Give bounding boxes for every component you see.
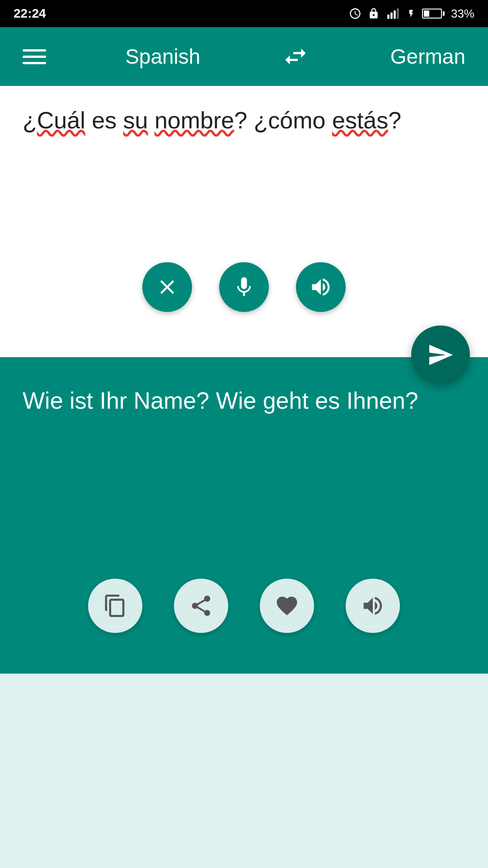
top-navigation: Spanish German <box>0 27 488 86</box>
translate-button[interactable] <box>411 326 470 384</box>
battery-indicator <box>422 9 445 19</box>
copy-button[interactable] <box>88 579 142 633</box>
signal-icon <box>386 7 400 20</box>
charging-icon <box>407 7 416 20</box>
menu-button[interactable] <box>23 49 46 64</box>
svg-rect-0 <box>387 14 389 19</box>
output-section: Wie ist Ihr Name? Wie geht es Ihnen? <box>0 357 488 674</box>
speak-input-button[interactable] <box>296 262 346 312</box>
battery-percent: 33% <box>451 7 474 21</box>
status-bar: 22:24 33% <box>0 0 488 27</box>
word-cual: Cuál <box>37 107 85 133</box>
input-section: ¿Cuál es su nombre? ¿cómo estás? <box>0 86 488 357</box>
source-language-button[interactable]: Spanish <box>125 44 200 69</box>
clear-button[interactable] <box>142 262 192 312</box>
favorite-button[interactable] <box>260 579 314 633</box>
svg-rect-1 <box>390 13 393 19</box>
svg-rect-2 <box>394 10 396 19</box>
speak-output-button[interactable] <box>346 579 400 633</box>
alarm-icon <box>349 7 361 20</box>
source-text[interactable]: ¿Cuál es su nombre? ¿cómo estás? <box>23 104 465 240</box>
microphone-button[interactable] <box>219 262 269 312</box>
status-icons: 33% <box>349 7 474 21</box>
svg-rect-3 <box>397 8 399 19</box>
word-estas: estás <box>332 107 388 133</box>
word-nombre: nombre <box>155 107 234 133</box>
status-time: 22:24 <box>14 6 46 21</box>
input-controls <box>23 240 465 339</box>
translated-text: Wie ist Ihr Name? Wie geht es Ihnen? <box>23 384 465 520</box>
sim-icon <box>368 7 380 20</box>
share-button[interactable] <box>174 579 228 633</box>
word-su: su <box>123 107 148 133</box>
swap-languages-button[interactable] <box>280 43 311 70</box>
target-language-button[interactable]: German <box>390 44 465 69</box>
output-controls <box>0 552 488 660</box>
